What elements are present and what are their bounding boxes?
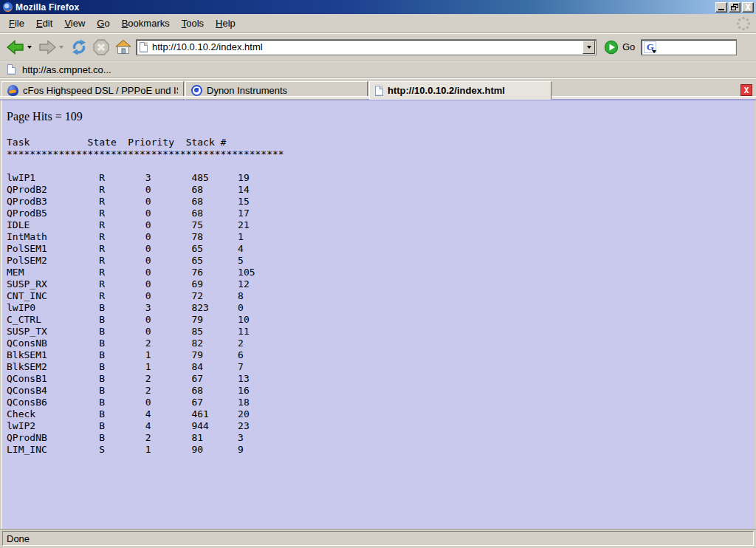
minimize-button[interactable] [715,2,727,13]
close-tab-button[interactable]: X [740,84,752,96]
back-dropdown-caret[interactable] [27,46,32,49]
go-label: Go [622,41,635,52]
tab-strip: cFos Highspeed DSL / PPPoE und ISDN CAP.… [1,81,553,99]
search-input[interactable] [656,41,735,53]
window-title: Mozilla Firefox [16,2,715,13]
stop-icon [92,38,110,56]
menu-view[interactable]: View [58,16,91,31]
search-box: G [641,39,737,55]
tab-bar: cFos Highspeed DSL / PPPoE und ISDN CAP.… [0,78,756,99]
tab-label: Dynon Instruments [207,85,287,96]
bookmark-page-icon [7,64,16,75]
go-button[interactable]: Go [604,40,635,55]
forward-dropdown-caret[interactable] [59,46,63,49]
status-bar: Done [0,529,756,548]
menu-go[interactable]: Go [91,16,115,31]
bookmark-label: http://as.cmpnet.co... [22,64,111,75]
back-button[interactable] [4,36,27,58]
google-logo-icon[interactable]: G [644,41,656,53]
home-icon [114,38,132,56]
tab[interactable]: cFos Highspeed DSL / PPPoE und ISDN CAP.… [1,81,184,100]
navigation-toolbar: Go G [0,33,756,61]
go-icon [604,40,619,55]
status-text: Done [7,533,30,544]
tab-label: http://10.0.10.2/index.html [388,85,505,96]
address-bar [136,39,597,55]
forward-button[interactable] [36,36,58,58]
menu-tools[interactable]: Tools [176,16,210,31]
bookmark-item[interactable]: http://as.cmpnet.co... [7,64,111,75]
page-icon [375,86,383,96]
address-dropdown-button[interactable] [583,41,595,54]
menu-help[interactable]: Help [210,16,241,31]
window-titlebar: Mozilla Firefox X [0,0,756,14]
menu-bookmarks[interactable]: Bookmarks [116,16,176,31]
firefox-icon [2,1,13,13]
back-arrow-icon [6,39,25,55]
tab-active[interactable]: http://10.0.10.2/index.html [369,81,551,100]
close-icon: X [744,86,749,95]
content-area: Page Hits = 109 Task State Priority Stac… [0,99,756,529]
address-favicon-page-icon [140,42,148,52]
stop-button[interactable] [90,36,112,58]
throbber-icon [735,16,752,32]
forward-arrow-icon [38,39,57,55]
dynon-icon [191,85,202,96]
restore-button[interactable] [729,2,740,13]
home-button[interactable] [112,36,134,58]
menubar: FileEditViewGoBookmarksToolsHelp [0,14,756,33]
menu-list: FileEditViewGoBookmarksToolsHelp [3,16,735,31]
reload-button[interactable] [68,36,90,58]
search-engine-dropdown-caret [652,50,656,53]
bookmarks-toolbar: http://as.cmpnet.co... [0,61,756,78]
cfos-icon [7,85,18,96]
page-hits: Page Hits = 109 [7,110,753,123]
status-panel: Done [2,531,754,546]
reload-icon [70,38,88,56]
tab[interactable]: Dynon Instruments [185,81,368,100]
menu-edit[interactable]: Edit [30,16,58,31]
close-button[interactable]: X [742,2,754,13]
tab-label: cFos Highspeed DSL / PPPoE und ISDN CAP.… [23,85,178,96]
address-input[interactable] [148,41,583,52]
task-table: Task State Priority Stack # ************… [7,137,753,456]
menu-file[interactable]: File [3,16,30,31]
